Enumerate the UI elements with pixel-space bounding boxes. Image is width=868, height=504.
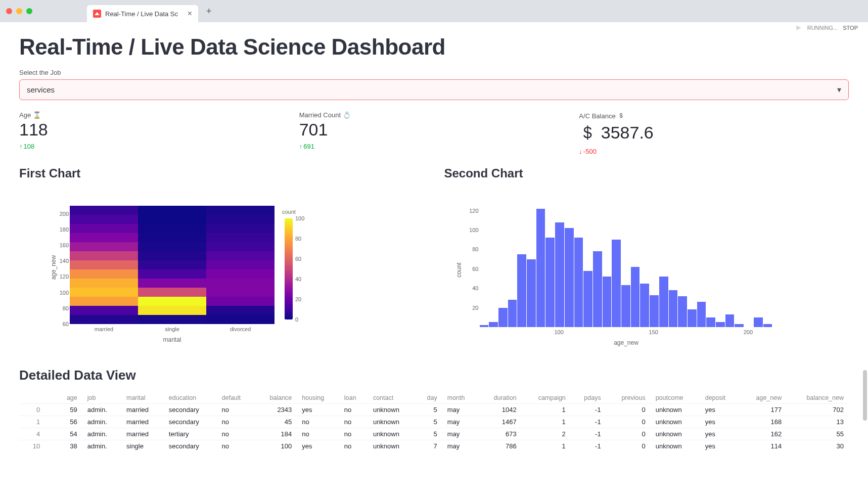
row-index: 0	[19, 404, 55, 416]
cell: 30	[787, 440, 849, 452]
cell: admin.	[82, 440, 121, 452]
column-header[interactable]: deposit	[700, 392, 740, 404]
streamlit-favicon-icon	[93, 10, 101, 18]
cell: 702	[787, 404, 849, 416]
job-select-input[interactable]	[27, 85, 837, 94]
row-index: 10	[19, 440, 55, 452]
cell: no	[217, 428, 255, 440]
close-tab-icon[interactable]: ×	[188, 9, 192, 18]
cell: unknown	[651, 416, 700, 428]
column-header[interactable]: campaign	[522, 392, 571, 404]
column-header[interactable]: education	[164, 392, 217, 404]
cell: 45	[255, 416, 297, 428]
cell: 1	[522, 404, 571, 416]
arrow-up-icon: ↑	[19, 143, 23, 150]
column-header[interactable]: previous	[606, 392, 651, 404]
stop-button[interactable]: Stop	[843, 25, 858, 31]
column-header[interactable]: duration	[478, 392, 521, 404]
cell: -1	[571, 428, 606, 440]
cell: -1	[571, 404, 606, 416]
metric-balance: A/C Balance ＄ ＄ 3587.6 ↓ -500	[579, 111, 849, 155]
cell: no	[217, 404, 255, 416]
tab-title: Real-Time / Live Data Sc	[105, 10, 178, 18]
cell: 54	[55, 428, 82, 440]
cell: unknown	[368, 404, 416, 416]
metrics-row: Age ⌛ 118 ↑ 108 Married Count 💍 701 ↑ 69…	[19, 111, 849, 155]
cell: yes	[297, 404, 339, 416]
dollar-icon: ＄	[618, 111, 624, 120]
table-row[interactable]: 059admin.marriedsecondaryno2343yesnounkn…	[19, 404, 849, 416]
cell: 2	[522, 428, 571, 440]
column-header[interactable]: day	[416, 392, 442, 404]
metric-value: ＄ 3587.6	[579, 121, 849, 145]
cell: 184	[255, 428, 297, 440]
column-header[interactable]: month	[442, 392, 479, 404]
cell: single	[121, 440, 164, 452]
new-tab-button[interactable]: +	[202, 6, 216, 17]
column-header[interactable]: pdays	[571, 392, 606, 404]
hourglass-icon: ⌛	[33, 111, 41, 119]
metric-value: 701	[299, 120, 569, 140]
minimize-window-icon[interactable]	[16, 8, 22, 14]
column-header[interactable]: housing	[297, 392, 339, 404]
data-table[interactable]: agejobmaritaleducationdefaultbalancehous…	[19, 392, 849, 452]
cell: married	[121, 428, 164, 440]
cell: married	[121, 416, 164, 428]
column-header[interactable]: balance	[255, 392, 297, 404]
column-header[interactable]: default	[217, 392, 255, 404]
cell: yes	[700, 404, 740, 416]
cell: 7	[416, 440, 442, 452]
cell: 114	[740, 440, 787, 452]
cell: 168	[740, 416, 787, 428]
metric-age: Age ⌛ 118 ↑ 108	[19, 111, 289, 155]
column-header[interactable]: marital	[121, 392, 164, 404]
column-header[interactable]: age_new	[740, 392, 787, 404]
ring-icon: 💍	[343, 111, 351, 119]
metric-delta: ↑ 691	[299, 143, 569, 150]
window-controls	[6, 8, 32, 14]
arrow-up-icon: ↑	[299, 143, 303, 150]
column-header[interactable]: loan	[339, 392, 368, 404]
metric-married: Married Count 💍 701 ↑ 691	[299, 111, 569, 155]
cell: -1	[571, 416, 606, 428]
cell: yes	[700, 428, 740, 440]
cell: may	[442, 404, 479, 416]
cell: 5	[416, 428, 442, 440]
cell: 0	[606, 440, 651, 452]
cell: yes	[700, 440, 740, 452]
cell: 59	[55, 404, 82, 416]
cell: secondary	[164, 416, 217, 428]
maximize-window-icon[interactable]	[26, 8, 32, 14]
running-icon	[795, 24, 802, 31]
cell: 1042	[478, 404, 521, 416]
table-row[interactable]: 454admin.marriedtertiaryno184nonounknown…	[19, 428, 849, 440]
row-index: 1	[19, 416, 55, 428]
cell: no	[339, 404, 368, 416]
cell: 55	[787, 428, 849, 440]
job-select[interactable]: ▾	[19, 79, 849, 100]
column-header[interactable]: balance_new	[787, 392, 849, 404]
table-title: Detailed Data View	[19, 368, 849, 383]
column-header[interactable]: poutcome	[651, 392, 700, 404]
column-header[interactable]: contact	[368, 392, 416, 404]
cell: may	[442, 428, 479, 440]
histogram-chart[interactable]: 20406080100120count100150200age_new	[444, 191, 849, 342]
column-header[interactable]: age	[55, 392, 82, 404]
heatmap-chart[interactable]: 6080100120140160180200age_newmarriedsing…	[19, 191, 424, 342]
page-title: Real-Time / Live Data Science Dashboard	[19, 34, 849, 60]
cell: 1	[522, 416, 571, 428]
close-window-icon[interactable]	[6, 8, 12, 14]
table-row[interactable]: 156admin.marriedsecondaryno45nonounknown…	[19, 416, 849, 428]
cell: admin.	[82, 404, 121, 416]
cell: secondary	[164, 440, 217, 452]
row-index: 4	[19, 428, 55, 440]
scrollbar[interactable]	[863, 370, 867, 421]
cell: 0	[606, 404, 651, 416]
cell: no	[297, 428, 339, 440]
browser-tab[interactable]: Real-Time / Live Data Sc ×	[87, 5, 198, 22]
cell: 1	[522, 440, 571, 452]
cell: 162	[740, 428, 787, 440]
column-header[interactable]: job	[82, 392, 121, 404]
metric-label-text: Age	[19, 111, 31, 119]
table-row[interactable]: 1038admin.singlesecondaryno100yesnounkno…	[19, 440, 849, 452]
